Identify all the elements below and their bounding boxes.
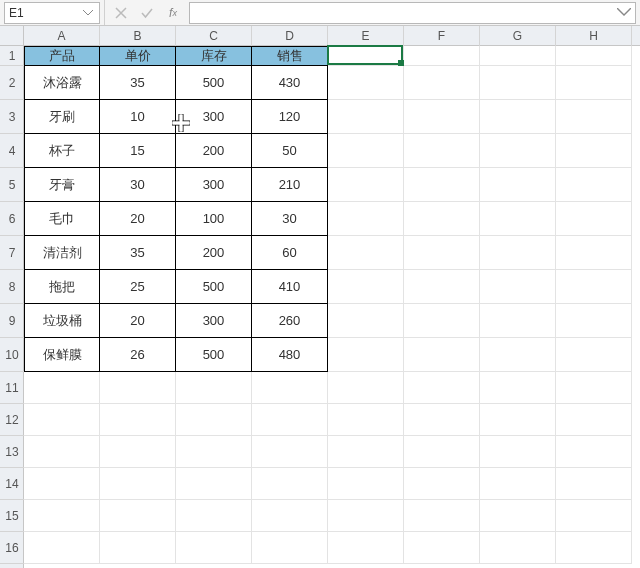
- table-cell[interactable]: 430: [252, 66, 328, 100]
- cell[interactable]: [556, 468, 632, 500]
- formula-input[interactable]: [189, 2, 636, 24]
- cell[interactable]: [480, 202, 556, 236]
- table-cell[interactable]: 杯子: [24, 134, 100, 168]
- cell[interactable]: [556, 436, 632, 468]
- cell[interactable]: [252, 404, 328, 436]
- cell[interactable]: [24, 532, 100, 564]
- cell[interactable]: [556, 404, 632, 436]
- cell[interactable]: [404, 66, 480, 100]
- table-cell[interactable]: 35: [100, 66, 176, 100]
- cell[interactable]: [404, 338, 480, 372]
- table-cell[interactable]: 500: [176, 338, 252, 372]
- table-cell[interactable]: 10: [100, 100, 176, 134]
- cell[interactable]: [480, 100, 556, 134]
- row-header-7[interactable]: 7: [0, 236, 24, 270]
- table-cell[interactable]: 120: [252, 100, 328, 134]
- cell[interactable]: [252, 372, 328, 404]
- cell[interactable]: [404, 134, 480, 168]
- col-header-B[interactable]: B: [100, 26, 176, 46]
- cell[interactable]: [100, 468, 176, 500]
- table-header-cell[interactable]: 库存: [176, 46, 252, 66]
- row-header-16[interactable]: 16: [0, 532, 24, 564]
- cell[interactable]: [404, 372, 480, 404]
- cell[interactable]: [328, 500, 404, 532]
- table-header-cell[interactable]: 销售: [252, 46, 328, 66]
- cell[interactable]: [176, 436, 252, 468]
- table-cell[interactable]: 牙膏: [24, 168, 100, 202]
- cell[interactable]: [404, 168, 480, 202]
- row-header-2[interactable]: 2: [0, 66, 24, 100]
- table-cell[interactable]: 30: [252, 202, 328, 236]
- cell[interactable]: [556, 372, 632, 404]
- cell[interactable]: [252, 468, 328, 500]
- cell[interactable]: [252, 532, 328, 564]
- cell[interactable]: [328, 202, 404, 236]
- cell[interactable]: [556, 270, 632, 304]
- table-cell[interactable]: 保鲜膜: [24, 338, 100, 372]
- cell[interactable]: [404, 100, 480, 134]
- col-header-D[interactable]: D: [252, 26, 328, 46]
- table-cell[interactable]: 480: [252, 338, 328, 372]
- table-cell[interactable]: 20: [100, 304, 176, 338]
- cell[interactable]: [404, 404, 480, 436]
- row-header-9[interactable]: 9: [0, 304, 24, 338]
- cell[interactable]: [100, 500, 176, 532]
- cell[interactable]: [480, 372, 556, 404]
- cell[interactable]: [480, 468, 556, 500]
- cell[interactable]: [328, 404, 404, 436]
- table-cell[interactable]: 25: [100, 270, 176, 304]
- cell[interactable]: [328, 46, 404, 66]
- cell[interactable]: [480, 500, 556, 532]
- cell[interactable]: [252, 500, 328, 532]
- cell[interactable]: [100, 404, 176, 436]
- cell[interactable]: [328, 66, 404, 100]
- table-cell[interactable]: 60: [252, 236, 328, 270]
- cell[interactable]: [328, 270, 404, 304]
- cell[interactable]: [24, 468, 100, 500]
- row-header-11[interactable]: 11: [0, 372, 24, 404]
- table-cell[interactable]: 210: [252, 168, 328, 202]
- cell[interactable]: [480, 304, 556, 338]
- cell[interactable]: [556, 500, 632, 532]
- table-cell[interactable]: 垃圾桶: [24, 304, 100, 338]
- data-table[interactable]: 产品单价库存销售沐浴露35500430牙刷10300120杯子1520050牙膏…: [24, 46, 328, 372]
- cell[interactable]: [100, 532, 176, 564]
- cancel-icon[interactable]: [113, 5, 129, 21]
- table-cell[interactable]: 毛巾: [24, 202, 100, 236]
- cell[interactable]: [556, 134, 632, 168]
- cell[interactable]: [24, 500, 100, 532]
- cell[interactable]: [404, 436, 480, 468]
- cell[interactable]: [556, 338, 632, 372]
- cell[interactable]: [328, 304, 404, 338]
- row-header-14[interactable]: 14: [0, 468, 24, 500]
- cell[interactable]: [404, 304, 480, 338]
- cell[interactable]: [100, 436, 176, 468]
- row-header-1[interactable]: 1: [0, 46, 24, 66]
- table-cell[interactable]: 拖把: [24, 270, 100, 304]
- cell[interactable]: [328, 468, 404, 500]
- cell[interactable]: [24, 404, 100, 436]
- table-cell[interactable]: 50: [252, 134, 328, 168]
- row-header-15[interactable]: 15: [0, 500, 24, 532]
- cell[interactable]: [480, 404, 556, 436]
- fx-icon[interactable]: fx: [165, 5, 181, 21]
- col-header-E[interactable]: E: [328, 26, 404, 46]
- col-header-A[interactable]: A: [24, 26, 100, 46]
- row-header-13[interactable]: 13: [0, 436, 24, 468]
- cell[interactable]: [404, 46, 480, 66]
- cell[interactable]: [480, 436, 556, 468]
- cell[interactable]: [404, 202, 480, 236]
- cell[interactable]: [480, 46, 556, 66]
- cell[interactable]: [404, 236, 480, 270]
- cell[interactable]: [328, 532, 404, 564]
- row-header-10[interactable]: 10: [0, 338, 24, 372]
- table-cell[interactable]: 100: [176, 202, 252, 236]
- cell[interactable]: [328, 134, 404, 168]
- table-cell[interactable]: 200: [176, 236, 252, 270]
- formula-expand-icon[interactable]: [617, 6, 631, 20]
- row-header-12[interactable]: 12: [0, 404, 24, 436]
- cell[interactable]: [556, 236, 632, 270]
- table-cell[interactable]: 15: [100, 134, 176, 168]
- cell[interactable]: [556, 304, 632, 338]
- cells-area[interactable]: 产品单价库存销售沐浴露35500430牙刷10300120杯子1520050牙膏…: [24, 46, 640, 568]
